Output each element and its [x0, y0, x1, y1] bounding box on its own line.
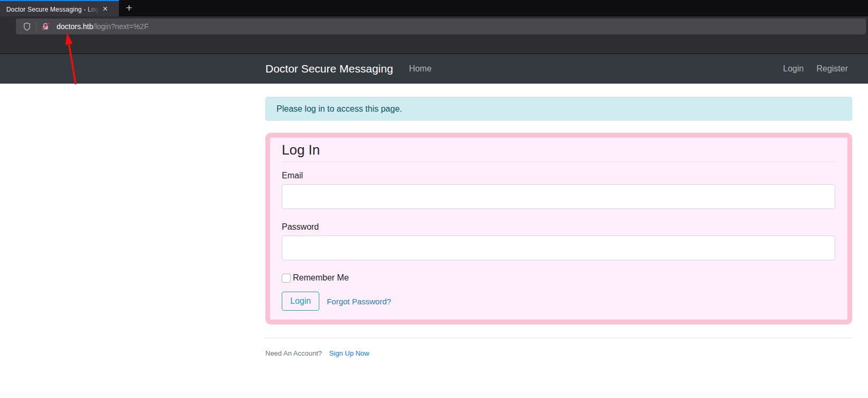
- tab-bar: Doctor Secure Messaging - Log In × +: [0, 0, 868, 16]
- insecure-lock-icon[interactable]: [39, 19, 52, 34]
- page-content: Please log in to access this page. Log I…: [0, 97, 868, 357]
- browser-tab[interactable]: Doctor Secure Messaging - Log In ×: [0, 0, 119, 16]
- email-label: Email: [282, 169, 836, 182]
- signup-link[interactable]: Sign Up Now: [329, 349, 370, 357]
- url-bar[interactable]: doctors.htb/login?next=%2F: [16, 19, 866, 34]
- button-row: Login Forgot Password?: [282, 292, 836, 311]
- url-path: /login?next=%2F: [93, 22, 149, 31]
- new-tab-icon[interactable]: +: [119, 0, 139, 16]
- tab-close-icon[interactable]: ×: [103, 4, 108, 13]
- forgot-password-link[interactable]: Forgot Password?: [327, 297, 391, 306]
- navbar-right: Login Register: [770, 64, 848, 74]
- browser-chrome: Doctor Secure Messaging - Log In × + doc…: [0, 0, 868, 54]
- navbar-brand[interactable]: Doctor Secure Messaging: [265, 62, 393, 75]
- remember-row: Remember Me: [282, 273, 836, 283]
- email-field[interactable]: [282, 184, 835, 209]
- urlbar-separator: [36, 22, 36, 31]
- password-field[interactable]: [282, 236, 835, 260]
- password-label: Password: [282, 221, 836, 233]
- login-form: Log In Email Password Remember Me Login …: [265, 133, 852, 324]
- nav-link-login[interactable]: Login: [783, 64, 804, 74]
- tab-title: Doctor Secure Messaging - Log In: [6, 4, 100, 14]
- signup-section: Need An Account? Sign Up Now: [265, 338, 852, 357]
- url-toolbar: doctors.htb/login?next=%2F: [0, 16, 868, 53]
- login-fieldset: Log In Email Password Remember Me Login …: [265, 133, 852, 324]
- url-text: doctors.htb/login?next=%2F: [57, 22, 149, 31]
- site-navbar: Doctor Secure Messaging Home Login Regis…: [0, 54, 868, 84]
- url-host: doctors.htb: [57, 22, 93, 31]
- signup-prompt: Need An Account?: [265, 349, 322, 357]
- email-group: Email: [282, 169, 836, 209]
- password-group: Password: [282, 221, 836, 260]
- remember-checkbox[interactable]: [282, 274, 291, 283]
- nav-link-home[interactable]: Home: [409, 64, 432, 74]
- info-alert: Please log in to access this page.: [265, 97, 852, 121]
- shield-icon[interactable]: [20, 19, 34, 34]
- login-button[interactable]: Login: [282, 292, 319, 311]
- nav-link-register[interactable]: Register: [816, 64, 848, 74]
- form-title: Log In: [282, 142, 836, 162]
- remember-label: Remember Me: [293, 273, 349, 283]
